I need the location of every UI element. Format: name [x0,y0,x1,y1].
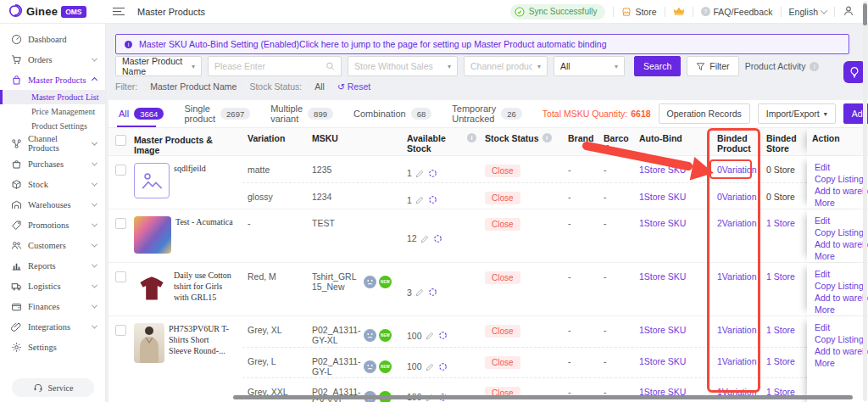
row-checkbox[interactable] [115,165,126,176]
auto-bind-link[interactable]: 1Store SKU [639,218,686,228]
sidebar-item-warehouses[interactable]: Warehouses [0,194,105,215]
search-button[interactable]: Search [634,56,681,76]
edit-stock-icon[interactable] [426,331,435,340]
info-icon[interactable]: i [542,133,552,142]
add-to-warehouse-link[interactable]: Add to warehouse [815,292,868,304]
sidebar-item-integrations[interactable]: Integrations [0,316,105,337]
keyword-input[interactable] [214,61,326,71]
sync-status-badge[interactable]: Sync Successfully [510,4,606,20]
refresh-stock-icon[interactable] [438,362,448,371]
service-button[interactable]: Service [12,378,94,397]
scope-filter-select[interactable]: All▾ [554,56,625,76]
auto-bind-link[interactable]: 1Store SKU [639,165,686,175]
row-checkbox[interactable] [115,325,126,336]
store-filter-select[interactable]: Store Without Sales▾ [348,56,458,76]
binded-product-link[interactable]: 0Variation [717,192,757,202]
refresh-stock-icon[interactable] [428,195,437,204]
auto-bind-link[interactable]: 1Store SKU [639,325,686,335]
faq-feedback-menu[interactable]: ? FAQ/Feedback [701,7,773,17]
user-avatar[interactable] [843,5,854,19]
info-icon[interactable]: i [467,133,476,142]
more-link[interactable]: More [815,357,868,369]
auto-bind-banner-text[interactable]: Master SKU Auto-Bind Setting (Enabled)Cl… [139,39,607,49]
sidebar-item-master-product-list[interactable]: Master Product List [0,90,105,104]
sidebar-item-promotions[interactable]: Promotions [0,215,105,235]
more-link[interactable]: More [815,250,868,262]
sidebar-item-customers[interactable]: Customers [0,235,105,255]
refresh-stock-icon[interactable] [438,331,448,340]
tab-all[interactable]: All3664 [119,108,164,120]
sidebar-item-orders[interactable]: Orders [0,49,105,70]
edit-link[interactable]: Edit [815,268,868,280]
import-export-button[interactable]: Import/Export▾ [758,103,836,124]
sidebar-item-channel-products[interactable]: Channel Products [0,133,105,154]
sidebar-item-master-products[interactable]: Master Products [0,70,105,90]
refresh-stock-icon[interactable] [433,234,442,243]
product-image[interactable] [134,216,171,254]
binded-store-link[interactable]: 1 Store [766,325,795,335]
add-to-warehouse-link[interactable]: Add to warehouse [815,238,868,250]
auto-bind-link[interactable]: 1Store SKU [639,192,686,202]
binded-store-link[interactable]: 1 Store [766,356,795,366]
edit-stock-icon[interactable] [420,234,430,243]
store-menu[interactable]: Store [621,7,656,17]
add-to-warehouse-link[interactable]: Add to warehouse [815,185,868,197]
row-checkbox[interactable] [115,218,126,229]
tab-combination[interactable]: Combination68 [353,108,431,120]
horizontal-scrollbar[interactable] [233,395,853,399]
sidebar-item-reports[interactable]: Reports [0,255,105,276]
sidebar-item-logistics[interactable]: Logistics [0,276,105,296]
tab-temporary-untracked[interactable]: Temporary Untracked26 [452,103,522,124]
binding-filter-select[interactable]: Channel product bindin...▾ [464,56,548,76]
binded-store-link[interactable]: 1 Store [766,271,795,282]
copy-listing-link[interactable]: Copy Listing [815,226,868,238]
refresh-stock-icon[interactable] [428,169,437,178]
copy-listing-link[interactable]: Copy Listing [815,173,868,185]
edit-stock-icon[interactable] [415,288,425,297]
binded-product-link[interactable]: 1Variation [717,356,757,366]
edit-link[interactable]: Edit [815,215,868,226]
copy-listing-link[interactable]: Copy Listing [815,333,868,345]
sidebar-item-purchases[interactable]: Purchases [0,154,105,174]
vertical-scrollbar-thumb[interactable] [863,3,867,25]
product-image[interactable] [134,163,170,198]
binded-product-link[interactable]: 1Variation [717,325,757,335]
filter-chip-product-name[interactable]: Master Product Name [143,80,243,93]
sidebar-item-finances[interactable]: Finances [0,296,105,316]
auto-bind-link[interactable]: 1Store SKU [639,271,686,282]
sidebar-item-settings[interactable]: Settings [0,337,105,357]
copy-listing-link[interactable]: Copy Listing [815,280,868,292]
brand-logo[interactable]: Ginee OMS [0,3,106,20]
sidebar-item-product-settings[interactable]: Product Settings [0,119,105,133]
reset-filters-link[interactable]: ↺ Reset [337,81,370,92]
product-activity-link[interactable]: Product Activity i [745,61,820,71]
sidebar-item-dashboard[interactable]: Dashboard [0,29,105,49]
more-link[interactable]: More [815,304,868,315]
filter-chip-stock-all[interactable]: All [308,80,331,93]
product-image[interactable] [134,323,164,363]
select-all-checkbox[interactable] [115,135,126,146]
binded-product-link[interactable]: 0Variation [717,165,757,175]
binded-product-link[interactable]: 1Variation [717,271,757,282]
edit-stock-icon[interactable] [415,195,425,204]
sidebar-collapse-icon[interactable] [113,8,125,16]
language-selector[interactable]: English [789,7,826,17]
row-checkbox[interactable] [115,271,126,282]
operation-records-button[interactable]: Operation Records [659,103,750,124]
edit-link[interactable]: Edit [815,161,868,173]
edit-stock-icon[interactable] [415,169,425,178]
binded-store-link[interactable]: 1 Store [766,218,795,228]
product-image[interactable] [134,270,170,307]
add-to-warehouse-link[interactable]: Add to warehouse [815,345,868,357]
search-field-select[interactable]: Master Product Name▾ [115,56,202,76]
tab-single-product[interactable]: Single product2697 [184,103,250,124]
edit-stock-icon[interactable] [426,362,435,371]
more-link[interactable]: More [815,197,868,209]
binded-product-link[interactable]: 2Variation [717,218,757,228]
crown-icon[interactable] [673,6,685,18]
auto-bind-link[interactable]: 1Store SKU [639,356,686,366]
sidebar-item-stock[interactable]: Stock [0,174,105,194]
sidebar-item-price-management[interactable]: Price Management [0,104,105,119]
edit-link[interactable]: Edit [815,321,868,333]
refresh-stock-icon[interactable] [428,288,437,297]
